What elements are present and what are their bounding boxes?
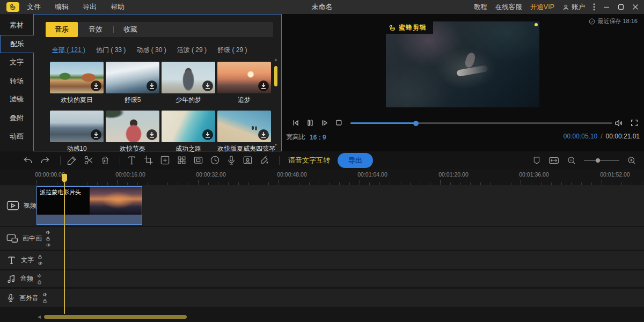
mosaic-button[interactable]	[177, 155, 187, 165]
music-item[interactable]: 成功之路	[162, 111, 215, 153]
download-icon[interactable]	[202, 129, 213, 140]
account-button[interactable]: 账户	[562, 3, 585, 12]
zoom-slider-thumb[interactable]	[596, 158, 600, 163]
timeline-zoom-slider[interactable]	[584, 160, 619, 161]
music-item[interactable]: 欢快节奏	[106, 111, 159, 153]
edit-pencil-button[interactable]	[67, 155, 77, 165]
duration-clock-button[interactable]	[210, 155, 220, 165]
music-thumbnail[interactable]	[50, 111, 104, 142]
music-item[interactable]: 舒缓5	[106, 62, 159, 105]
zoom-frame-button[interactable]	[160, 155, 170, 165]
split-scissors-button[interactable]	[84, 155, 94, 165]
sidebar-item-transition[interactable]: 转场	[0, 72, 33, 91]
music-thumbnail[interactable]	[162, 111, 215, 142]
more-menu-kebab-icon[interactable]	[593, 3, 595, 11]
crop-button[interactable]	[143, 155, 153, 165]
download-icon[interactable]	[258, 80, 269, 91]
aspect-ratio-value[interactable]: 16 : 9	[310, 134, 326, 141]
timeline-clip[interactable]: 派拉蒙电影片头	[36, 186, 142, 225]
zoom-in-button[interactable]	[627, 156, 636, 165]
track-lock-icon[interactable]	[42, 298, 47, 304]
category-hot[interactable]: 热门 ( 33 )	[96, 46, 126, 55]
track-lock-icon[interactable]	[38, 254, 42, 260]
scroll-up-icon[interactable]: ▲	[273, 57, 279, 61]
aspect-ratio[interactable]: 宽高比 16 : 9	[286, 133, 326, 142]
volume-button[interactable]	[614, 119, 623, 128]
minimize-button[interactable]	[603, 4, 610, 10]
menu-export[interactable]: 导出	[83, 2, 97, 12]
zoom-out-button[interactable]	[567, 156, 576, 165]
text-tool-button[interactable]	[127, 155, 137, 165]
tab-favorites[interactable]: 收藏	[123, 25, 137, 34]
record-mic-button[interactable]	[226, 155, 236, 165]
maximize-button[interactable]	[618, 4, 624, 10]
undo-button[interactable]	[23, 155, 33, 166]
track-mute-icon[interactable]	[37, 273, 42, 279]
music-thumbnail[interactable]	[162, 62, 215, 93]
sidebar-item-media[interactable]: 素材	[0, 16, 33, 35]
download-icon[interactable]	[91, 129, 101, 140]
category-all[interactable]: 全部 ( 121 )	[52, 46, 85, 55]
music-thumbnail[interactable]	[50, 62, 104, 93]
category-dynamic[interactable]: 动感 ( 30 )	[136, 46, 166, 55]
track-visibility-icon[interactable]	[46, 243, 51, 247]
fullscreen-button[interactable]	[630, 119, 639, 128]
download-icon[interactable]	[91, 80, 101, 91]
fit-timeline-button[interactable]	[548, 156, 559, 165]
tab-music[interactable]: 音乐	[46, 22, 78, 37]
music-item[interactable]: 追梦	[217, 62, 271, 105]
video-preview[interactable]: 蜜蜂剪辑	[386, 21, 539, 107]
music-thumbnail[interactable]	[106, 62, 159, 93]
close-button[interactable]	[632, 4, 639, 10]
tab-sound-effects[interactable]: 音效	[89, 25, 103, 34]
timeline-scroll-left-icon[interactable]: ◀	[38, 314, 41, 319]
previous-frame-button[interactable]	[291, 119, 300, 127]
music-item[interactable]: 欢快版夏威夷四弦琴	[217, 111, 271, 153]
seek-bar-thumb[interactable]	[413, 121, 419, 126]
delete-trash-button[interactable]	[100, 155, 110, 165]
menu-file[interactable]: 文件	[27, 2, 41, 12]
seek-bar[interactable]	[350, 122, 612, 124]
sidebar-item-filter[interactable]: 滤镜	[0, 90, 33, 109]
menu-help[interactable]: 帮助	[111, 2, 125, 12]
pause-button[interactable]	[306, 119, 314, 127]
sidebar-item-text[interactable]: 文字	[0, 53, 33, 72]
stop-button[interactable]	[335, 119, 343, 127]
freeze-frame-button[interactable]	[243, 155, 253, 165]
sidebar-item-overlay[interactable]: 叠附	[0, 109, 33, 128]
music-item[interactable]: 少年的梦	[162, 62, 215, 105]
redo-button[interactable]	[40, 155, 50, 166]
scrollbar-thumb[interactable]	[274, 66, 277, 86]
overlay-button[interactable]	[193, 155, 203, 165]
marker-button[interactable]	[532, 156, 541, 165]
download-icon[interactable]	[147, 129, 157, 140]
menu-edit[interactable]: 编辑	[55, 2, 69, 12]
music-item[interactable]: 动感10	[50, 111, 104, 153]
vip-upgrade-link[interactable]: 开通VIP	[530, 3, 554, 12]
export-button[interactable]: 导出	[338, 153, 373, 168]
next-frame-button[interactable]	[320, 119, 329, 127]
music-thumbnail[interactable]	[217, 62, 271, 93]
download-icon[interactable]	[258, 129, 269, 140]
selection-handle-dot[interactable]	[535, 23, 538, 26]
sidebar-item-animation[interactable]: 动画	[0, 127, 33, 146]
music-scrollbar[interactable]: ▲ ▼	[273, 57, 279, 147]
playhead-handle[interactable]	[62, 174, 67, 180]
music-thumbnail[interactable]	[217, 111, 271, 142]
sidebar-item-music[interactable]: 配乐	[0, 35, 34, 54]
download-icon[interactable]	[147, 80, 157, 91]
scroll-down-icon[interactable]: ▼	[273, 143, 279, 147]
music-item[interactable]: 欢快的夏日	[50, 62, 104, 105]
track-lock-icon[interactable]	[46, 236, 50, 241]
track-mute-icon[interactable]	[42, 292, 48, 297]
category-soothing[interactable]: 舒缓 ( 29 )	[217, 46, 247, 55]
track-lock-icon[interactable]	[37, 280, 42, 285]
download-icon[interactable]	[202, 80, 213, 91]
timeline-scrollbar[interactable]	[44, 315, 187, 319]
category-lively[interactable]: 活泼 ( 29 )	[177, 46, 207, 55]
track-mute-icon[interactable]	[46, 230, 51, 235]
tutorial-link[interactable]: 教程	[474, 3, 487, 12]
chroma-key-button[interactable]	[259, 155, 269, 165]
playhead-line[interactable]	[64, 183, 65, 314]
track-visibility-icon[interactable]	[38, 261, 43, 266]
